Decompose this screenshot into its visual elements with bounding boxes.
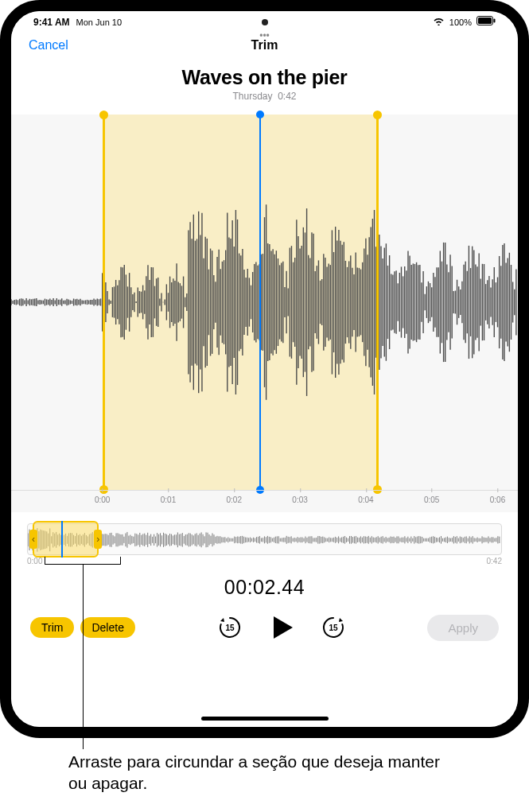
tick-label: 0:00 bbox=[95, 495, 110, 504]
ipad-frame: 9:41 AM Mon Jun 10 ••• 100% Cancel Trim … bbox=[0, 0, 529, 738]
tick-label: 0:04 bbox=[358, 495, 373, 504]
svg-rect-2 bbox=[494, 19, 496, 23]
callout-bracket bbox=[45, 557, 121, 565]
wifi-icon bbox=[433, 17, 445, 28]
caption-text: Arraste para circundar a seção que desej… bbox=[68, 751, 450, 795]
tick-label: 0:03 bbox=[292, 495, 307, 504]
main-waveform-area[interactable]: 0:00 0:01 0:02 0:03 0:04 0:05 0:06 bbox=[11, 115, 518, 512]
camera-dot bbox=[262, 19, 268, 25]
play-button[interactable] bbox=[267, 613, 296, 642]
time-ruler: 0:00 0:01 0:02 0:03 0:04 0:05 0:06 bbox=[11, 490, 518, 512]
battery-icon bbox=[476, 16, 496, 28]
overview-end-label: 0:42 bbox=[487, 557, 502, 565]
cancel-button[interactable]: Cancel bbox=[29, 38, 68, 52]
battery-percent: 100% bbox=[449, 17, 472, 27]
screen: 9:41 AM Mon Jun 10 ••• 100% Cancel Trim … bbox=[11, 11, 518, 727]
waveform-display bbox=[11, 115, 518, 490]
delete-button[interactable]: Delete bbox=[80, 617, 134, 638]
recording-header: Waves on the pier Thursday 0:42 bbox=[11, 61, 518, 110]
nav-title: Trim bbox=[251, 38, 278, 52]
apply-button[interactable]: Apply bbox=[427, 615, 499, 641]
nav-bar: Cancel Trim bbox=[11, 29, 518, 61]
recording-day: Thursday bbox=[232, 91, 272, 102]
overview-selection[interactable]: ‹ › bbox=[33, 521, 99, 558]
svg-text:15: 15 bbox=[225, 624, 235, 632]
skip-forward-15-button[interactable]: 15 bbox=[320, 614, 347, 641]
playhead[interactable] bbox=[259, 115, 261, 490]
tick-label: 0:01 bbox=[161, 495, 176, 504]
overview-track[interactable]: ‹ › bbox=[27, 523, 502, 555]
trim-button[interactable]: Trim bbox=[30, 617, 74, 638]
overview-start-label: 0:00 bbox=[27, 557, 42, 565]
tick-label: 0:06 bbox=[490, 495, 505, 504]
svg-text:15: 15 bbox=[329, 624, 338, 632]
overview-grip-right[interactable]: › bbox=[94, 530, 102, 549]
trim-handle-left[interactable] bbox=[103, 115, 105, 490]
overview-grip-left[interactable]: ‹ bbox=[29, 530, 37, 549]
controls-row: Trim Delete 15 15 Apply bbox=[11, 599, 518, 656]
status-date: Mon Jun 10 bbox=[76, 17, 122, 27]
recording-title: Waves on the pier bbox=[11, 66, 518, 89]
trim-handle-right[interactable] bbox=[376, 115, 379, 490]
tick-label: 0:05 bbox=[424, 495, 439, 504]
svg-rect-1 bbox=[478, 17, 492, 24]
skip-back-15-button[interactable]: 15 bbox=[216, 614, 243, 641]
callout-leader-line bbox=[83, 565, 84, 749]
recording-duration: 0:42 bbox=[278, 91, 296, 102]
home-indicator[interactable] bbox=[201, 717, 329, 721]
current-time-display: 00:02.44 bbox=[11, 576, 518, 599]
status-time: 9:41 AM bbox=[33, 17, 70, 28]
recording-meta: Thursday 0:42 bbox=[11, 91, 518, 102]
tick-label: 0:02 bbox=[227, 495, 242, 504]
overview-playhead[interactable] bbox=[61, 521, 63, 558]
